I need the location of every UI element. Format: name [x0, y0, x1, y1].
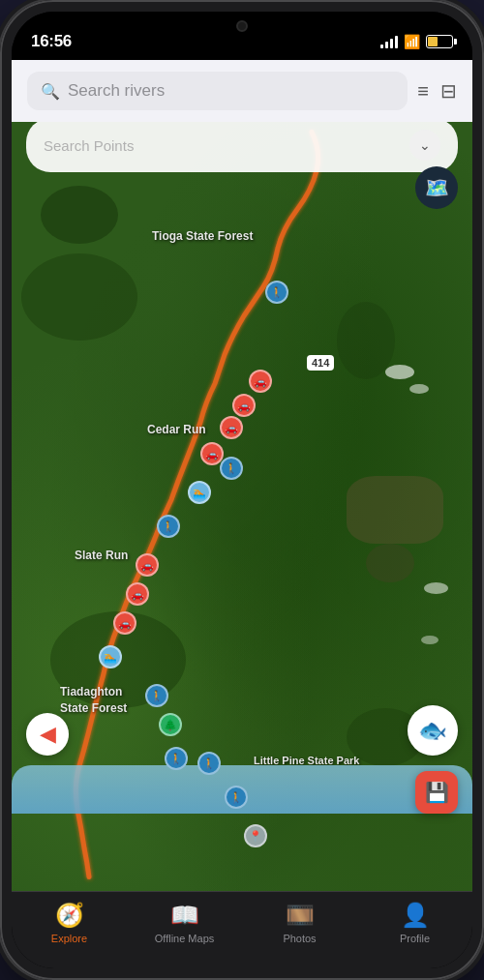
tab-explore[interactable]: 🧭 Explore: [12, 902, 127, 944]
chevron-down-icon: ⌄: [419, 137, 431, 153]
save-icon: 💾: [425, 781, 449, 804]
poi-car-slate2[interactable]: 🚗: [126, 582, 149, 606]
poi-walk-5[interactable]: 🚶: [197, 752, 221, 775]
tab-profile-label: Profile: [400, 933, 430, 944]
layers-icon: 🗺️: [425, 176, 449, 199]
filter-icon[interactable]: ≡: [417, 80, 429, 103]
phone-frame: 16:56 📶 🔍 Search rivers: [0, 0, 484, 980]
tab-photos-label: Photos: [283, 933, 316, 944]
fish-button[interactable]: 🐟: [408, 705, 458, 756]
status-icons: 📶: [380, 34, 453, 49]
poi-walk-3[interactable]: 🚶: [145, 684, 168, 707]
search-points-bar[interactable]: Search Points ⌄: [26, 118, 458, 172]
poi-tree[interactable]: 🌲: [159, 713, 182, 736]
battery-icon: [426, 35, 453, 48]
poi-walk-6[interactable]: 🚶: [225, 786, 248, 809]
signal-icon: [380, 35, 398, 48]
profile-icon: 👤: [401, 902, 430, 929]
poi-pin[interactable]: 📍: [244, 824, 267, 847]
search-points-input[interactable]: Search Points: [44, 137, 400, 154]
chevron-down-button[interactable]: ⌄: [409, 130, 440, 161]
tab-offline-maps[interactable]: 📖 Offline Maps: [127, 902, 242, 944]
tab-photos[interactable]: 🎞️ Photos: [242, 902, 357, 944]
poi-car-2[interactable]: 🚗: [232, 394, 256, 417]
tab-profile[interactable]: 👤 Profile: [357, 902, 472, 944]
notch: [174, 12, 310, 41]
fish-icon: 🐟: [418, 717, 447, 744]
compass-icon: ◀: [40, 722, 56, 747]
tab-bar: 🧭 Explore 📖 Offline Maps 🎞️ Photos 👤 Pro…: [12, 891, 472, 968]
tab-explore-label: Explore: [51, 933, 87, 944]
tab-offline-label: Offline Maps: [155, 933, 215, 944]
poi-boat[interactable]: 🏊: [188, 481, 211, 504]
layers-button[interactable]: 🗺️: [415, 166, 458, 209]
poi-car-cedar[interactable]: 🚗: [200, 442, 224, 465]
list-icon[interactable]: ⊟: [440, 79, 457, 103]
wifi-icon: 📶: [404, 34, 420, 49]
poi-walk-1[interactable]: 🚶: [265, 281, 288, 304]
poi-car-slate3[interactable]: 🚗: [113, 611, 136, 635]
compass-button[interactable]: ◀: [26, 713, 69, 756]
status-time: 16:56: [31, 32, 72, 51]
search-input[interactable]: Search rivers: [68, 81, 165, 101]
toolbar-icons: ≡ ⊟: [417, 79, 457, 103]
poi-car-slate1[interactable]: 🚗: [136, 553, 159, 577]
poi-walk-2[interactable]: 🚶: [157, 515, 180, 538]
offline-maps-icon: 📖: [170, 902, 199, 929]
camera: [236, 20, 248, 32]
poi-walk-4[interactable]: 🚶: [165, 747, 188, 770]
search-bar-container: 🔍 Search rivers ≡ ⊟: [12, 60, 472, 122]
explore-icon: 🧭: [55, 902, 84, 929]
poi-walk-cedar[interactable]: 🚶: [220, 457, 243, 480]
poi-car-3[interactable]: 🚗: [220, 416, 243, 439]
road-badge-414: 414: [307, 355, 334, 371]
map-area[interactable]: Search Points ⌄ Tioga State Forest Cedar…: [12, 108, 472, 891]
search-icon: 🔍: [41, 82, 60, 101]
poi-car-1[interactable]: 🚗: [249, 370, 272, 393]
screen: 16:56 📶 🔍 Search rivers: [12, 12, 472, 968]
poi-swim[interactable]: 🏊: [99, 645, 122, 668]
save-button[interactable]: 💾: [415, 771, 458, 814]
photos-icon: 🎞️: [286, 902, 315, 929]
search-input-wrap[interactable]: 🔍 Search rivers: [27, 72, 408, 110]
